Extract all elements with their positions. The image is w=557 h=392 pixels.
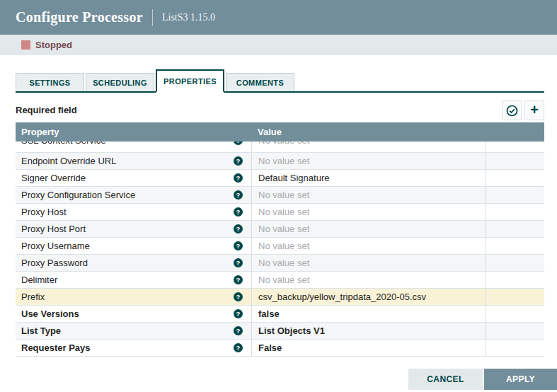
table-row-partial[interactable]: SSL Context Service?No value set — [16, 142, 544, 153]
property-name: Endpoint Override URL — [21, 153, 234, 169]
extra-cell — [486, 187, 544, 203]
property-cell: Use Versions? — [16, 306, 251, 322]
help-icon[interactable]: ? — [234, 190, 243, 200]
check-circle-icon — [506, 105, 518, 117]
tab-label: COMMENTS — [236, 79, 284, 87]
property-cell: Proxy Password? — [16, 255, 251, 271]
apply-button[interactable]: APPLY — [484, 369, 557, 390]
property-name: Requester Pays — [21, 340, 234, 356]
tab-label: PROPERTIES — [163, 77, 217, 86]
property-value: False — [258, 340, 282, 356]
extra-cell — [486, 306, 544, 322]
table-row[interactable]: Delimiter?No value set — [16, 272, 544, 289]
property-value: No value set — [258, 153, 309, 169]
value-cell[interactable]: No value set — [251, 221, 486, 237]
processor-type-version: ListS3 1.15.0 — [162, 12, 215, 23]
dialog-title: Configure Processor — [16, 9, 143, 25]
table-row[interactable]: Proxy Password?No value set — [16, 255, 544, 272]
status-label: Stopped — [35, 40, 72, 50]
help-icon[interactable]: ? — [234, 258, 243, 267]
panel-actions: + — [502, 100, 544, 120]
extra-cell — [486, 323, 544, 339]
property-value: List Objects V1 — [258, 323, 325, 339]
property-cell: Prefix? — [16, 289, 251, 305]
value-cell[interactable]: No value set — [251, 255, 486, 271]
table-row[interactable]: Use Versions?false — [16, 306, 544, 323]
stopped-icon — [21, 40, 30, 50]
property-name: Proxy Host Port — [21, 221, 234, 237]
value-cell[interactable]: No value set — [251, 238, 486, 254]
table-row[interactable]: Endpoint Override URL?No value set — [16, 153, 544, 170]
property-name: Proxy Host — [21, 204, 234, 220]
property-value: No value set — [258, 221, 309, 237]
table-body: SSL Context Service?No value setEndpoint… — [16, 142, 544, 357]
property-value: No value set — [258, 272, 309, 288]
help-icon[interactable]: ? — [234, 156, 243, 166]
value-cell[interactable]: false — [251, 306, 486, 322]
verify-properties-button[interactable] — [502, 100, 522, 120]
property-value: false — [258, 306, 280, 322]
status-bar: Stopped — [0, 35, 557, 55]
property-name: Delimiter — [21, 272, 234, 288]
value-cell[interactable]: No value set — [251, 204, 486, 220]
extra-cell — [486, 289, 544, 305]
cancel-button[interactable]: CANCEL — [408, 369, 483, 390]
help-icon[interactable]: ? — [234, 275, 243, 284]
property-name: Prefix — [21, 289, 234, 305]
property-name: Proxy Password — [21, 255, 234, 271]
property-cell: Proxy Username? — [16, 238, 251, 254]
table-row[interactable]: List Type?List Objects V1 — [16, 323, 544, 340]
table-row[interactable]: Proxy Configuration Service?No value set — [16, 187, 544, 204]
property-cell: Proxy Host Port? — [16, 221, 251, 237]
help-icon[interactable]: ? — [234, 292, 243, 301]
configure-processor-dialog: Configure Processor ListS3 1.15.0 Stoppe… — [0, 0, 557, 392]
value-cell[interactable]: No value set — [251, 153, 486, 169]
column-header-value: Value — [251, 127, 486, 137]
property-value: No value set — [258, 255, 309, 271]
table-row[interactable]: Proxy Host?No value set — [16, 204, 544, 221]
table-row[interactable]: Prefix?csv_backup/yellow_tripdata_2020-0… — [16, 289, 544, 306]
property-name: Signer Override — [21, 170, 234, 186]
required-field-label: Required field — [16, 105, 77, 115]
extra-cell — [486, 221, 544, 237]
extra-cell — [486, 272, 544, 288]
property-value: No value set — [258, 238, 309, 254]
property-name: Proxy Configuration Service — [21, 187, 234, 203]
property-value: No value set — [258, 187, 309, 203]
help-icon[interactable]: ? — [234, 309, 243, 318]
value-cell[interactable]: No value set — [251, 272, 486, 288]
column-header-property: Property — [16, 127, 251, 137]
help-icon[interactable]: ? — [234, 207, 243, 217]
table-row[interactable]: Requester Pays?False — [16, 340, 544, 357]
property-cell: Requester Pays? — [16, 340, 251, 356]
property-cell: Signer Override? — [16, 170, 251, 186]
tab-comments[interactable]: COMMENTS — [226, 73, 294, 91]
extra-cell — [486, 170, 544, 186]
tab-settings[interactable]: SETTINGS — [16, 73, 84, 91]
tab-scheduling[interactable]: SCHEDULING — [86, 73, 154, 91]
table-row[interactable]: Signer Override?Default Signature — [16, 170, 544, 187]
extra-cell — [486, 255, 544, 271]
value-cell[interactable]: Default Signature — [251, 170, 486, 186]
table-row[interactable]: Proxy Username?No value set — [16, 238, 544, 255]
extra-cell — [486, 153, 544, 169]
help-icon[interactable]: ? — [234, 343, 243, 352]
value-cell[interactable]: No value set — [251, 187, 486, 203]
value-cell[interactable]: False — [251, 340, 486, 356]
property-value: No value set — [258, 204, 309, 220]
help-icon[interactable]: ? — [234, 326, 243, 335]
help-icon[interactable]: ? — [234, 241, 243, 250]
value-cell[interactable]: csv_backup/yellow_tripdata_2020-05.csv — [251, 289, 486, 305]
property-cell: SSL Context Service? — [16, 142, 251, 152]
property-name: Use Versions — [21, 306, 234, 322]
add-property-button[interactable]: + — [524, 100, 544, 120]
property-cell: List Type? — [16, 323, 251, 339]
value-cell[interactable]: List Objects V1 — [251, 323, 486, 339]
help-icon[interactable]: ? — [234, 142, 243, 145]
value-cell[interactable]: No value set — [251, 142, 486, 152]
tab-label: SETTINGS — [29, 79, 70, 87]
help-icon[interactable]: ? — [234, 224, 243, 234]
tab-properties[interactable]: PROPERTIES — [156, 69, 224, 93]
table-row[interactable]: Proxy Host Port?No value set — [16, 221, 544, 238]
help-icon[interactable]: ? — [234, 173, 243, 183]
